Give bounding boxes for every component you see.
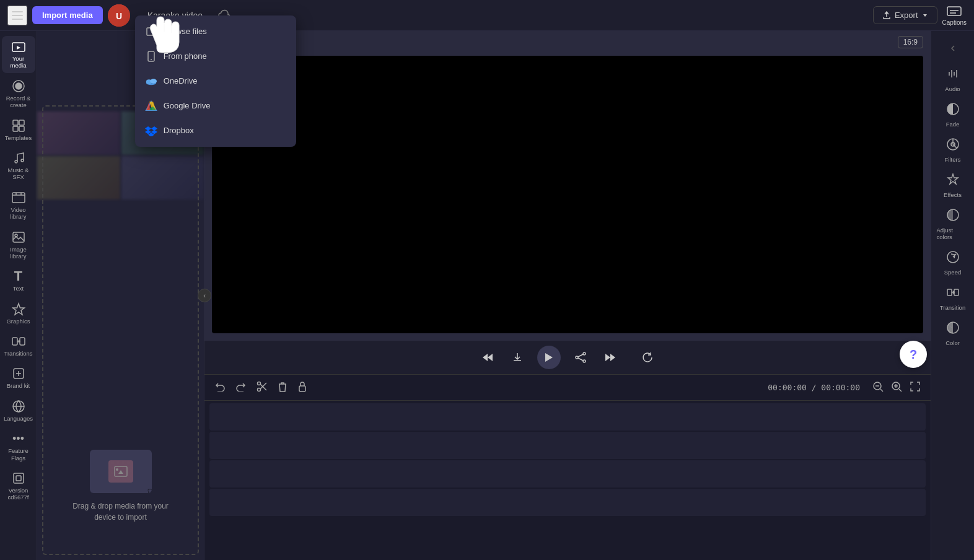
download-button[interactable] [507,348,527,367]
right-panel-collapse[interactable] [948,36,958,61]
svg-marker-49 [483,354,488,361]
sidebar-item-your-media[interactable]: Your media [2,36,35,73]
onedrive-label: OneDrive [164,76,198,85]
right-panel-filters[interactable]: Filters [934,134,972,167]
timeline-timestamp: 00:00:00 / 00:00:00 [768,383,860,392]
refresh-button[interactable] [638,348,657,367]
audio-label: Audio [945,85,960,92]
sidebar-item-music[interactable]: Music & SFX [2,147,35,185]
feature-flags-icon: ••• [12,432,25,445]
brand-kit-label: Brand kit [7,382,30,389]
zoom-out-button[interactable] [870,378,886,397]
timeline-zoom-controls [870,378,923,397]
right-panel-transition[interactable]: Transition [934,282,972,315]
cut-button[interactable] [254,378,270,397]
brand-kit-icon [12,367,25,380]
svg-marker-55 [610,354,615,361]
svg-marker-14 [146,102,150,110]
play-button[interactable] [537,346,561,369]
ratio-badge: 16:9 [898,36,923,48]
svg-point-54 [583,360,586,362]
fade-icon [946,102,960,119]
captions-label: Captions [942,19,967,26]
fit-timeline-button[interactable] [907,378,923,397]
top-bar-right: Export Captions [873,4,967,26]
svg-rect-0 [12,11,23,12]
graphics-icon [12,302,25,316]
sidebar-item-languages[interactable]: Languages [2,396,35,426]
playback-controls [204,341,931,374]
languages-icon [12,400,25,413]
dropbox-item[interactable]: Dropbox [135,118,296,143]
sidebar-item-video-library[interactable]: Video library [2,187,35,224]
color-label: Color [945,339,960,346]
panel-collapse-button[interactable]: ‹ [198,289,211,302]
transition-label: Transition [940,304,965,311]
music-label: Music & SFX [4,167,33,181]
speed-label: Speed [944,269,961,276]
svg-rect-39 [20,338,25,345]
from-phone-item[interactable]: From phone [135,44,296,69]
sidebar-item-brand-kit[interactable]: Brand kit [2,363,35,393]
export-button[interactable]: Export [873,6,937,24]
sidebar-item-image-library[interactable]: Image library [2,227,35,264]
share-button[interactable] [571,348,590,367]
undo-button[interactable] [212,379,228,396]
svg-rect-26 [13,120,18,125]
redo-button[interactable] [233,379,249,396]
google-drive-item[interactable]: Google Drive [135,94,296,118]
sidebar-item-transitions[interactable]: Transitions [2,331,35,361]
sidebar-item-graphics[interactable]: Graphics [2,299,35,328]
sidebar-item-version[interactable]: Versioncd5677f [2,468,35,505]
sidebar-item-feature-flags[interactable]: ••• Feature Flags [2,428,35,465]
timeline-toolbar: 00:00:00 / 00:00:00 [204,375,931,401]
svg-rect-43 [14,473,24,483]
svg-marker-50 [488,354,493,361]
right-panel-fade[interactable]: Fade [934,98,972,131]
timeline-track-4 [209,489,926,516]
svg-line-59 [260,383,266,389]
music-icon [12,151,25,165]
onedrive-item[interactable]: OneDrive [135,69,296,94]
sidebar-item-text[interactable]: T Text [2,266,35,295]
right-panel: Audio Fade Filters [931,31,974,560]
filters-icon [946,138,960,154]
captions-button[interactable]: Captions [942,4,967,26]
import-media-button[interactable]: Import media [32,6,103,24]
browse-files-item[interactable]: Browse files [135,19,296,44]
sidebar-item-record[interactable]: Record &create [2,76,35,113]
sidebar-item-templates[interactable]: Templates [2,115,35,145]
graphics-label: Graphics [6,318,30,325]
right-panel-audio[interactable]: Audio [934,63,972,96]
feature-flags-label: Feature Flags [4,447,33,462]
svg-rect-74 [947,289,952,295]
dropbox-label: Dropbox [164,126,194,135]
right-panel-speed[interactable]: Speed [934,247,972,279]
avatar[interactable]: U [108,4,130,27]
color-icon [946,321,960,338]
svg-rect-27 [19,120,24,125]
svg-rect-29 [19,126,24,131]
zoom-in-button[interactable] [888,378,905,397]
lock-button[interactable] [295,378,310,397]
menu-button[interactable] [7,6,27,25]
right-panel-adjust-colors[interactable]: Adjust colors [934,204,972,244]
from-phone-label: From phone [164,51,207,61]
svg-point-31 [21,159,24,162]
svg-text:U: U [116,11,122,20]
delete-button[interactable] [275,378,290,397]
svg-point-7 [151,59,152,60]
templates-icon [12,119,25,133]
google-drive-label: Google Drive [164,101,211,110]
center-area: 16:9 [204,31,931,560]
drag-drop-thumbnail: ☞ [90,450,152,493]
skip-forward-button[interactable] [600,348,620,367]
transitions-icon [12,335,25,348]
record-icon [12,79,25,93]
right-panel-effects[interactable]: Effects [934,169,972,202]
skip-back-button[interactable] [478,348,498,367]
import-dropdown: Browse files From phone [135,15,296,147]
help-button[interactable]: ? [900,341,927,368]
svg-rect-28 [13,126,18,131]
right-panel-color[interactable]: Color [934,317,972,350]
